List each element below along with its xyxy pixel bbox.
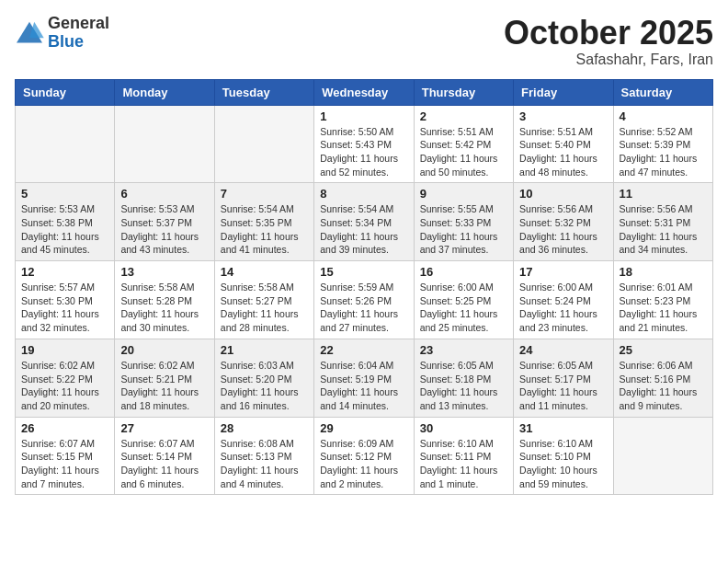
day-number: 2 [420, 109, 507, 123]
day-number: 16 [420, 265, 507, 279]
calendar-cell: 3Sunrise: 5:51 AM Sunset: 5:40 PM Daylig… [514, 105, 613, 183]
calendar-cell: 7Sunrise: 5:54 AM Sunset: 5:35 PM Daylig… [214, 183, 313, 261]
day-info: Sunrise: 6:10 AM Sunset: 5:10 PM Dayligh… [519, 437, 607, 491]
day-number: 13 [120, 265, 208, 279]
logo-icon [15, 20, 44, 46]
day-info: Sunrise: 6:02 AM Sunset: 5:22 PM Dayligh… [21, 359, 108, 413]
calendar-cell: 19Sunrise: 6:02 AM Sunset: 5:22 PM Dayli… [16, 339, 115, 417]
day-number: 15 [320, 265, 407, 279]
day-info: Sunrise: 5:53 AM Sunset: 5:38 PM Dayligh… [21, 202, 108, 257]
calendar-cell: 18Sunrise: 6:01 AM Sunset: 5:23 PM Dayli… [613, 261, 712, 339]
calendar-cell: 16Sunrise: 6:00 AM Sunset: 5:25 PM Dayli… [414, 261, 513, 339]
day-number: 24 [519, 343, 607, 357]
day-info: Sunrise: 5:57 AM Sunset: 5:30 PM Dayligh… [21, 281, 108, 335]
calendar-row-2: 12Sunrise: 5:57 AM Sunset: 5:30 PM Dayli… [16, 261, 713, 339]
weekday-header-tuesday: Tuesday [214, 79, 313, 105]
calendar-cell [115, 105, 214, 183]
day-number: 25 [620, 343, 707, 357]
day-number: 31 [519, 421, 607, 435]
logo: General Blue [15, 15, 109, 52]
calendar-cell: 9Sunrise: 5:55 AM Sunset: 5:33 PM Daylig… [414, 183, 513, 261]
page-header: General Blue October 2025 Safashahr, Far… [15, 15, 713, 68]
day-number: 9 [420, 187, 507, 201]
day-number: 22 [320, 343, 407, 357]
day-number: 20 [120, 343, 208, 357]
day-info: Sunrise: 6:02 AM Sunset: 5:21 PM Dayligh… [120, 359, 208, 413]
calendar-cell: 4Sunrise: 5:52 AM Sunset: 5:39 PM Daylig… [613, 105, 712, 183]
day-info: Sunrise: 5:54 AM Sunset: 5:35 PM Dayligh… [221, 202, 308, 257]
day-info: Sunrise: 5:56 AM Sunset: 5:32 PM Dayligh… [519, 202, 607, 257]
day-info: Sunrise: 6:10 AM Sunset: 5:11 PM Dayligh… [420, 437, 507, 491]
day-info: Sunrise: 5:58 AM Sunset: 5:27 PM Dayligh… [221, 281, 308, 335]
calendar-cell: 21Sunrise: 6:03 AM Sunset: 5:20 PM Dayli… [214, 339, 313, 417]
calendar-cell: 20Sunrise: 6:02 AM Sunset: 5:21 PM Dayli… [115, 339, 214, 417]
calendar-cell: 10Sunrise: 5:56 AM Sunset: 5:32 PM Dayli… [514, 183, 613, 261]
day-number: 7 [221, 187, 308, 201]
day-info: Sunrise: 6:06 AM Sunset: 5:16 PM Dayligh… [620, 359, 707, 413]
calendar-row-0: 1Sunrise: 5:50 AM Sunset: 5:43 PM Daylig… [16, 105, 713, 183]
calendar-cell: 2Sunrise: 5:51 AM Sunset: 5:42 PM Daylig… [414, 105, 513, 183]
day-number: 21 [221, 343, 308, 357]
day-number: 10 [519, 187, 607, 201]
day-number: 4 [620, 109, 707, 123]
calendar-row-4: 26Sunrise: 6:07 AM Sunset: 5:15 PM Dayli… [16, 417, 713, 495]
day-number: 17 [519, 265, 607, 279]
calendar-cell: 22Sunrise: 6:04 AM Sunset: 5:19 PM Dayli… [314, 339, 414, 417]
calendar-cell: 23Sunrise: 6:05 AM Sunset: 5:18 PM Dayli… [414, 339, 513, 417]
day-number: 8 [320, 187, 407, 201]
weekday-header-saturday: Saturday [613, 79, 712, 105]
day-number: 29 [320, 421, 407, 435]
weekday-header-wednesday: Wednesday [314, 79, 414, 105]
day-info: Sunrise: 6:05 AM Sunset: 5:18 PM Dayligh… [420, 359, 507, 413]
calendar-cell: 12Sunrise: 5:57 AM Sunset: 5:30 PM Dayli… [16, 261, 115, 339]
calendar-cell: 8Sunrise: 5:54 AM Sunset: 5:34 PM Daylig… [314, 183, 414, 261]
day-number: 18 [620, 265, 707, 279]
calendar-cell: 14Sunrise: 5:58 AM Sunset: 5:27 PM Dayli… [214, 261, 313, 339]
logo-general-text: General [48, 14, 109, 32]
logo-blue-text: Blue [48, 32, 84, 51]
weekday-header-monday: Monday [115, 79, 214, 105]
day-info: Sunrise: 6:00 AM Sunset: 5:24 PM Dayligh… [519, 281, 607, 335]
calendar-cell: 6Sunrise: 5:53 AM Sunset: 5:37 PM Daylig… [115, 183, 214, 261]
day-info: Sunrise: 6:07 AM Sunset: 5:14 PM Dayligh… [120, 437, 208, 491]
day-info: Sunrise: 6:08 AM Sunset: 5:13 PM Dayligh… [221, 437, 308, 491]
calendar-cell: 29Sunrise: 6:09 AM Sunset: 5:12 PM Dayli… [314, 417, 414, 495]
calendar-cell: 5Sunrise: 5:53 AM Sunset: 5:38 PM Daylig… [16, 183, 115, 261]
day-number: 5 [21, 187, 108, 201]
calendar-cell: 24Sunrise: 6:05 AM Sunset: 5:17 PM Dayli… [514, 339, 613, 417]
day-number: 14 [221, 265, 308, 279]
logo-text: General Blue [48, 15, 109, 52]
calendar-cell: 25Sunrise: 6:06 AM Sunset: 5:16 PM Dayli… [613, 339, 712, 417]
day-number: 1 [320, 109, 407, 123]
day-info: Sunrise: 6:01 AM Sunset: 5:23 PM Dayligh… [620, 281, 707, 335]
day-info: Sunrise: 5:58 AM Sunset: 5:28 PM Dayligh… [120, 281, 208, 335]
calendar-cell: 28Sunrise: 6:08 AM Sunset: 5:13 PM Dayli… [214, 417, 313, 495]
calendar-cell: 13Sunrise: 5:58 AM Sunset: 5:28 PM Dayli… [115, 261, 214, 339]
title-section: October 2025 Safashahr, Fars, Iran [504, 15, 713, 68]
calendar-cell: 15Sunrise: 5:59 AM Sunset: 5:26 PM Dayli… [314, 261, 414, 339]
calendar-cell: 27Sunrise: 6:07 AM Sunset: 5:14 PM Dayli… [115, 417, 214, 495]
day-info: Sunrise: 5:51 AM Sunset: 5:42 PM Dayligh… [420, 125, 507, 179]
calendar-table: SundayMondayTuesdayWednesdayThursdayFrid… [15, 79, 713, 496]
weekday-header-row: SundayMondayTuesdayWednesdayThursdayFrid… [16, 79, 713, 105]
day-info: Sunrise: 6:05 AM Sunset: 5:17 PM Dayligh… [519, 359, 607, 413]
weekday-header-thursday: Thursday [414, 79, 513, 105]
calendar-cell [214, 105, 313, 183]
calendar-cell [16, 105, 115, 183]
day-number: 3 [519, 109, 607, 123]
day-info: Sunrise: 5:55 AM Sunset: 5:33 PM Dayligh… [420, 202, 507, 257]
calendar-cell: 17Sunrise: 6:00 AM Sunset: 5:24 PM Dayli… [514, 261, 613, 339]
day-number: 26 [21, 421, 108, 435]
calendar-cell: 1Sunrise: 5:50 AM Sunset: 5:43 PM Daylig… [314, 105, 414, 183]
weekday-header-friday: Friday [514, 79, 613, 105]
calendar-cell: 26Sunrise: 6:07 AM Sunset: 5:15 PM Dayli… [16, 417, 115, 495]
month-title: October 2025 [504, 15, 713, 52]
day-number: 11 [620, 187, 707, 201]
day-info: Sunrise: 6:07 AM Sunset: 5:15 PM Dayligh… [21, 437, 108, 491]
day-number: 23 [420, 343, 507, 357]
location-subtitle: Safashahr, Fars, Iran [504, 52, 713, 68]
day-info: Sunrise: 5:50 AM Sunset: 5:43 PM Dayligh… [320, 125, 407, 179]
day-number: 6 [120, 187, 208, 201]
day-info: Sunrise: 6:00 AM Sunset: 5:25 PM Dayligh… [420, 281, 507, 335]
day-info: Sunrise: 5:54 AM Sunset: 5:34 PM Dayligh… [320, 202, 407, 257]
